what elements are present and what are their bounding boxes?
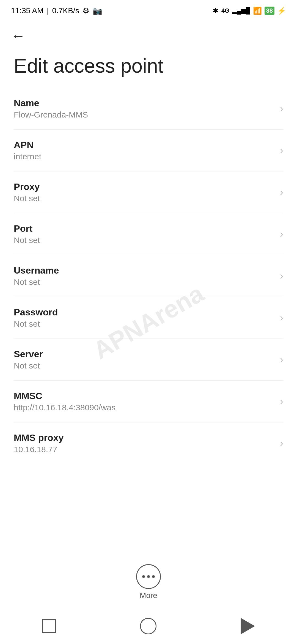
charging-icon: ⚡ <box>277 7 286 15</box>
setting-server-label: Server <box>14 349 274 359</box>
setting-apn[interactable]: APN internet › <box>14 130 283 171</box>
back-button[interactable]: ← <box>0 19 297 50</box>
status-right: ✱ 4G ▂▄▆█ 📶 38 ⚡ <box>213 7 286 15</box>
setting-proxy-label: Proxy <box>14 181 274 192</box>
setting-proxy-content: Proxy Not set <box>14 181 274 203</box>
chevron-port-icon: › <box>280 228 283 240</box>
settings-icon: ⚙ <box>82 6 89 15</box>
setting-server-content: Server Not set <box>14 349 274 370</box>
chevron-name-icon: › <box>280 103 283 114</box>
setting-server[interactable]: Server Not set › <box>14 339 283 381</box>
bluetooth-icon: ✱ <box>213 7 219 15</box>
dot-2 <box>147 575 150 578</box>
status-bar: 11:35 AM | 0.7KB/s ⚙ 📷 ✱ 4G ▂▄▆█ 📶 38 ⚡ <box>0 0 297 19</box>
signal-bars-icon: ▂▄▆█ <box>232 7 250 14</box>
more-button[interactable]: More <box>136 564 161 600</box>
settings-list: Name Flow-Grenada-MMS › APN internet › P… <box>0 88 297 464</box>
setting-mms-proxy[interactable]: MMS proxy 10.16.18.77 › <box>14 422 283 464</box>
setting-proxy[interactable]: Proxy Not set › <box>14 171 283 213</box>
nav-home-button[interactable] <box>140 618 156 634</box>
setting-name-label: Name <box>14 98 274 108</box>
setting-name-content: Name Flow-Grenada-MMS <box>14 98 274 119</box>
chevron-mmsc-icon: › <box>280 396 283 407</box>
setting-mms-proxy-value: 10.16.18.77 <box>14 445 274 454</box>
more-label: More <box>140 591 157 600</box>
chevron-server-icon: › <box>280 354 283 365</box>
back-triangle-icon <box>241 618 255 634</box>
setting-username-content: Username Not set <box>14 265 274 287</box>
three-dots-icon <box>142 575 155 578</box>
more-circle-icon <box>136 564 161 589</box>
setting-name[interactable]: Name Flow-Grenada-MMS › <box>14 88 283 130</box>
video-icon: 📷 <box>93 6 102 15</box>
speed-display: | <box>47 6 49 15</box>
battery-icon: 38 <box>265 7 274 15</box>
chevron-password-icon: › <box>280 312 283 324</box>
page-title: Edit access point <box>0 50 297 88</box>
setting-server-value: Not set <box>14 361 274 370</box>
signal-4g-icon: 4G <box>221 7 229 14</box>
setting-port-content: Port Not set <box>14 223 274 245</box>
setting-password[interactable]: Password Not set › <box>14 297 283 339</box>
recents-square-icon <box>42 619 56 633</box>
nav-recents-button[interactable] <box>42 619 56 633</box>
time-display: 11:35 AM <box>11 6 43 15</box>
setting-password-value: Not set <box>14 319 274 329</box>
setting-mmsc-value: http://10.16.18.4:38090/was <box>14 403 274 412</box>
nav-bar <box>0 608 297 644</box>
setting-port-label: Port <box>14 223 274 234</box>
setting-username-label: Username <box>14 265 274 276</box>
setting-name-value: Flow-Grenada-MMS <box>14 110 274 119</box>
chevron-mms-proxy-icon: › <box>280 438 283 449</box>
home-circle-icon <box>140 618 156 634</box>
dot-1 <box>142 575 145 578</box>
dot-3 <box>152 575 155 578</box>
setting-mmsc-label: MMSC <box>14 391 274 401</box>
setting-apn-content: APN internet <box>14 140 274 161</box>
back-arrow-icon: ← <box>11 28 25 44</box>
network-speed: 0.7KB/s <box>52 6 79 15</box>
chevron-proxy-icon: › <box>280 187 283 198</box>
setting-apn-value: internet <box>14 152 274 161</box>
setting-port[interactable]: Port Not set › <box>14 213 283 255</box>
setting-mmsc[interactable]: MMSC http://10.16.18.4:38090/was › <box>14 381 283 422</box>
setting-username-value: Not set <box>14 277 274 287</box>
setting-mmsc-content: MMSC http://10.16.18.4:38090/was <box>14 391 274 412</box>
setting-username[interactable]: Username Not set › <box>14 255 283 297</box>
setting-proxy-value: Not set <box>14 194 274 203</box>
wifi-icon: 📶 <box>253 7 262 15</box>
nav-back-button[interactable] <box>241 618 255 634</box>
setting-port-value: Not set <box>14 236 274 245</box>
chevron-apn-icon: › <box>280 145 283 156</box>
setting-mms-proxy-content: MMS proxy 10.16.18.77 <box>14 432 274 454</box>
setting-password-content: Password Not set <box>14 307 274 329</box>
setting-password-label: Password <box>14 307 274 318</box>
setting-mms-proxy-label: MMS proxy <box>14 432 274 443</box>
status-left: 11:35 AM | 0.7KB/s ⚙ 📷 <box>11 6 102 15</box>
setting-apn-label: APN <box>14 140 274 150</box>
chevron-username-icon: › <box>280 270 283 282</box>
